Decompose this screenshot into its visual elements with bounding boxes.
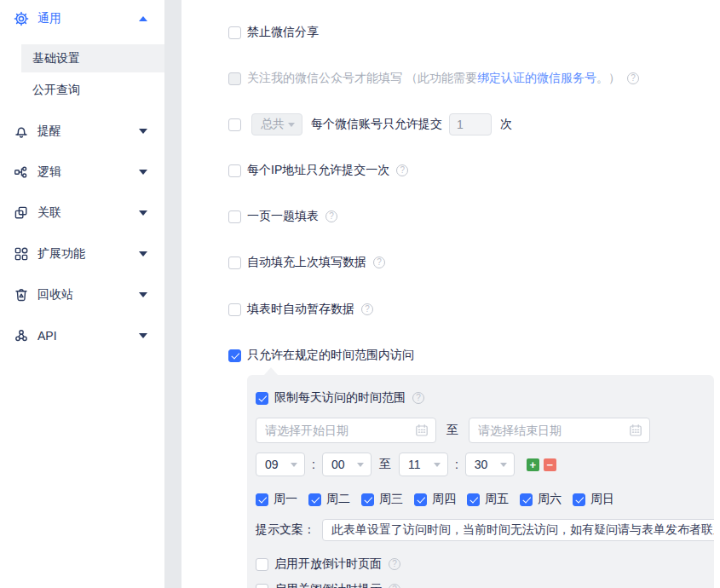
chevron-down-icon <box>139 170 147 175</box>
help-icon[interactable] <box>627 72 639 84</box>
logic-icon <box>14 164 29 180</box>
weekday-item: 周五 <box>467 492 509 507</box>
weekday-label: 周一 <box>274 492 297 507</box>
start-date-input[interactable] <box>256 418 410 442</box>
checkbox-wechat-submit-limit[interactable] <box>228 118 241 131</box>
apps-grid-icon <box>14 246 29 262</box>
help-icon[interactable] <box>396 164 408 176</box>
start-minute-value: 00 <box>331 458 345 471</box>
start-minute-select[interactable]: 00 <box>322 453 372 476</box>
sidebar-item-public-query[interactable]: 公开查询 <box>21 76 164 104</box>
end-date-input[interactable] <box>469 418 623 442</box>
help-icon[interactable] <box>373 257 385 268</box>
checkbox-ip-limit[interactable] <box>228 164 241 177</box>
weekday-item: 周三 <box>361 492 403 507</box>
checkbox-time-range-access[interactable] <box>228 349 241 362</box>
sidebar-item-label: 扩展功能 <box>37 246 139 262</box>
settings-sidebar: 通用 基础设置 公开查询 提醒 <box>0 0 164 588</box>
weekday-label: 周五 <box>485 492 509 507</box>
daily-range-row: 限制每天访问的时间范围 <box>256 389 424 406</box>
checkbox-monday[interactable] <box>256 493 268 506</box>
sidebar-item-extensions[interactable]: 扩展功能 <box>0 241 164 267</box>
setting-note-prefix: （此功能需要 <box>406 71 477 86</box>
times-unit-label: 次 <box>500 117 512 132</box>
setting-label: 填表时自动暂存数据 <box>247 302 354 317</box>
scope-select[interactable]: 总共 <box>251 113 302 135</box>
checkbox-daily-time-range[interactable] <box>256 392 268 405</box>
setting-row-no-wechat-share: 禁止微信分享 <box>228 20 319 44</box>
bind-wechat-service-link[interactable]: 绑定认证的微信服务号 <box>477 71 596 86</box>
overlap-squares-icon <box>14 205 29 221</box>
setting-label: 自动填充上次填写数据 <box>247 255 366 270</box>
remove-time-range-button[interactable] <box>544 458 556 471</box>
weekday-item: 周二 <box>308 492 350 507</box>
sidebar-item-reminders[interactable]: 提醒 <box>0 118 164 144</box>
start-date-picker[interactable] <box>256 418 436 443</box>
setting-label: 一页一题填表 <box>247 209 319 224</box>
end-minute-value: 30 <box>475 458 488 471</box>
weekday-item: 周一 <box>256 492 297 507</box>
help-icon[interactable] <box>389 558 400 570</box>
checkbox-close-countdown[interactable] <box>256 584 268 588</box>
add-time-range-button[interactable] <box>527 458 539 471</box>
scope-select-value: 总共 <box>261 117 285 132</box>
checkbox-sunday[interactable] <box>573 493 585 506</box>
help-icon[interactable] <box>325 210 337 222</box>
help-icon[interactable] <box>412 392 424 404</box>
submit-times-input[interactable] <box>449 113 492 135</box>
start-hour-value: 09 <box>265 458 279 471</box>
chevron-up-icon <box>139 16 147 21</box>
checkbox-thursday[interactable] <box>414 493 427 506</box>
sidebar-item-label: API <box>37 329 139 343</box>
open-countdown-row: 启用开放倒计时页面 <box>256 556 400 573</box>
checkbox-one-question-per-page[interactable] <box>228 210 241 223</box>
checkbox-follow-wechat[interactable] <box>228 72 241 85</box>
checkbox-tuesday[interactable] <box>308 493 321 506</box>
setting-row-follow-wechat: 关注我的微信公众号才能填写 （此功能需要 绑定认证的微信服务号 。） <box>228 66 639 90</box>
close-countdown-row: 启用关闭倒计时提示 <box>256 581 400 588</box>
chevron-down-icon <box>139 129 147 134</box>
sidebar-item-recycle-bin[interactable]: 回收站 <box>0 282 164 308</box>
chevron-down-icon <box>139 292 147 297</box>
sidebar-item-logic[interactable]: 逻辑 <box>0 159 164 185</box>
end-hour-select[interactable]: 11 <box>399 453 448 476</box>
tip-text-input[interactable] <box>322 519 714 541</box>
end-hour-value: 11 <box>408 458 421 471</box>
chevron-down-icon <box>288 123 295 127</box>
checkbox-friday[interactable] <box>467 493 480 506</box>
weekday-label: 周二 <box>326 492 350 507</box>
time-range-panel: 限制每天访问的时间范围 至 <box>247 375 714 588</box>
setting-label: 每个IP地址只允许提交一次 <box>247 163 389 178</box>
sidebar-item-api[interactable]: API <box>0 323 164 349</box>
sidebar-subitem-label: 公开查询 <box>32 83 80 98</box>
checkbox-no-wechat-share[interactable] <box>228 26 241 39</box>
sidebar-item-association[interactable]: 关联 <box>0 200 164 226</box>
checkbox-wednesday[interactable] <box>361 493 374 506</box>
end-minute-select[interactable]: 30 <box>465 453 515 476</box>
setting-note-suffix: 。） <box>596 71 620 86</box>
sidebar-item-basic-settings[interactable]: 基础设置 <box>21 44 164 72</box>
chevron-down-icon <box>139 210 147 216</box>
sidebar-item-general[interactable]: 通用 <box>0 6 164 32</box>
checkbox-autosave[interactable] <box>228 303 241 316</box>
help-icon[interactable] <box>389 584 400 588</box>
help-icon[interactable] <box>361 303 373 315</box>
setting-row-one-question-per-page: 一页一题填表 <box>228 205 337 228</box>
start-hour-select[interactable]: 09 <box>256 453 305 476</box>
setting-label: 启用关闭倒计时提示 <box>274 582 382 588</box>
weekday-label: 周四 <box>432 492 456 507</box>
chevron-down-icon <box>357 463 364 467</box>
checkbox-open-countdown[interactable] <box>256 558 268 571</box>
sidebar-item-label: 关联 <box>37 205 139 221</box>
checkbox-saturday[interactable] <box>520 493 533 506</box>
sidebar-item-label: 通用 <box>37 11 139 26</box>
weekday-label: 周三 <box>379 492 403 507</box>
sidebar-item-label: 逻辑 <box>37 164 139 180</box>
sidebar-divider <box>164 0 181 588</box>
checkbox-autofill[interactable] <box>228 257 241 269</box>
sidebar-item-label: 回收站 <box>37 287 139 303</box>
basic-settings-panel: 禁止微信分享 关注我的微信公众号才能填写 （此功能需要 绑定认证的微信服务号 。… <box>181 0 720 588</box>
weekday-item: 周日 <box>573 492 614 507</box>
setting-row-ip-limit: 每个IP地址只允许提交一次 <box>228 159 408 182</box>
end-date-picker[interactable] <box>469 418 650 443</box>
